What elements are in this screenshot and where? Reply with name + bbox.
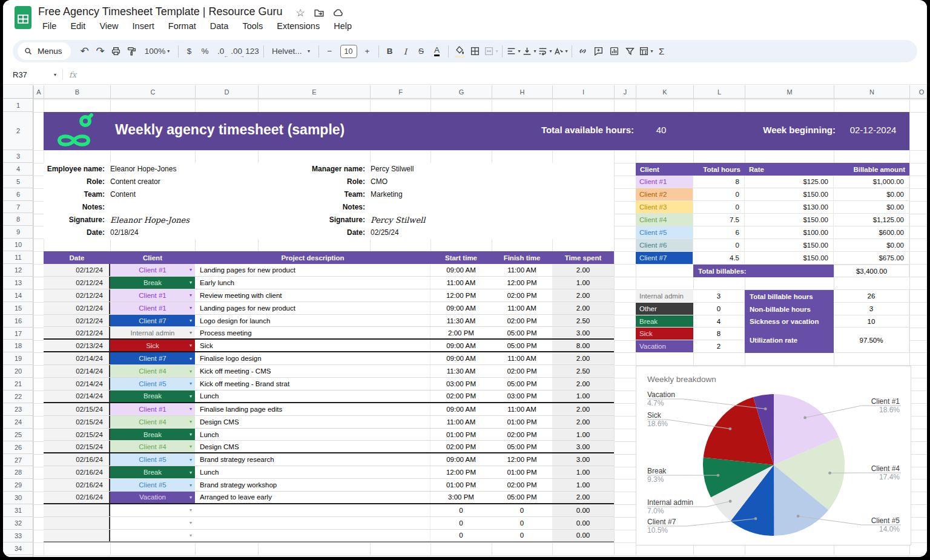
row-header-11[interactable]: 11 (3, 251, 33, 264)
time-spent-cell[interactable]: 3.00 (552, 453, 614, 466)
menus-search[interactable]: Menus (18, 42, 71, 60)
timesheet-row[interactable]: 02/12/24Client #7▾Logo design for launch… (44, 315, 614, 328)
format-currency-button[interactable]: $ (182, 44, 197, 59)
time-spent-cell[interactable]: 2.00 (552, 403, 614, 415)
finish-time-cell[interactable]: 0 (492, 530, 552, 541)
date-cell[interactable]: 02/15/24 (44, 441, 110, 452)
client-dropdown-cell[interactable]: Client #5▾ (110, 453, 195, 466)
start-time-cell[interactable]: 3:00 PM (430, 492, 492, 503)
insert-link-button[interactable] (575, 44, 591, 59)
row-header-16[interactable]: 16 (3, 315, 33, 328)
time-spent-cell[interactable]: 2.00 (552, 264, 614, 276)
undo-button[interactable]: ↶ (77, 44, 93, 59)
row-header-17[interactable]: 17 (3, 328, 33, 340)
finish-time-cell[interactable]: 0 (492, 517, 552, 529)
client-dropdown-cell[interactable]: Client #1▾ (110, 302, 195, 314)
timesheet-row[interactable]: 02/16/24Break▾Lunch12:00 PM01:00 PM1.00 (44, 466, 614, 479)
row-header-23[interactable]: 23 (3, 403, 33, 416)
row-header-3[interactable]: 3 (3, 150, 33, 163)
menu-item-tools[interactable]: Tools (238, 20, 267, 32)
timesheet-row[interactable]: 02/15/24Client #4▾Design CMS02:00 PM05:0… (44, 441, 614, 453)
start-time-cell[interactable]: 11:30 AM (430, 315, 492, 327)
client-dropdown-cell[interactable]: Client #7▾ (110, 352, 195, 364)
date-cell[interactable]: 02/12/24 (44, 327, 110, 338)
date-cell[interactable]: 02/15/24 (44, 403, 110, 415)
row-header-20[interactable]: 20 (3, 365, 33, 378)
finish-time-cell[interactable]: 01:00 PM (492, 416, 552, 428)
dropdown-caret-icon[interactable]: ▾ (190, 267, 192, 272)
start-time-cell[interactable]: 01:00 PM (430, 479, 492, 491)
finish-time-cell[interactable]: 12:00 PM (492, 453, 552, 466)
dropdown-caret-icon[interactable]: ▾ (190, 533, 192, 538)
start-time-cell[interactable]: 09:00 AM (430, 352, 492, 364)
cloud-status-icon[interactable] (332, 7, 344, 19)
dropdown-caret-icon[interactable]: ▾ (190, 356, 192, 361)
time-spent-cell[interactable]: 0.00 (552, 504, 614, 516)
client-dropdown-cell[interactable]: Break▾ (110, 466, 195, 478)
horizontal-align-button[interactable]: ▾ (506, 44, 521, 59)
client-dropdown-cell[interactable]: Client #4▾ (110, 416, 195, 428)
finish-time-cell[interactable]: 02:00 PM (492, 429, 552, 441)
dropdown-caret-icon[interactable]: ▾ (190, 305, 192, 311)
row-header-25[interactable]: 25 (3, 429, 33, 441)
menu-item-help[interactable]: Help (329, 20, 356, 32)
column-header-C[interactable]: C (110, 85, 195, 99)
row-header-12[interactable]: 12 (3, 264, 33, 277)
client-dropdown-cell[interactable]: Vacation▾ (110, 492, 195, 503)
timesheet-table[interactable]: DateClientProject descriptionStart timeF… (44, 251, 614, 542)
time-spent-cell[interactable]: 1.00 (552, 390, 614, 402)
row-header-30[interactable]: 30 (3, 492, 33, 504)
move-folder-icon[interactable] (313, 7, 325, 19)
column-header-G[interactable]: G (430, 85, 492, 99)
time-spent-cell[interactable]: 1.00 (552, 277, 614, 289)
time-spent-cell[interactable]: 1.00 (552, 479, 614, 491)
date-cell[interactable]: 02/14/24 (44, 390, 110, 402)
decrease-decimal-button[interactable]: .0← (213, 44, 229, 59)
column-header-L[interactable]: L (693, 85, 745, 99)
row-header-13[interactable]: 13 (3, 277, 33, 289)
finish-time-cell[interactable]: 0 (492, 504, 552, 516)
dropdown-caret-icon[interactable]: ▾ (190, 520, 192, 525)
timesheet-row[interactable]: 02/15/24Client #1▾Finalise landing page … (44, 403, 614, 416)
time-spent-cell[interactable]: 2.50 (552, 315, 614, 327)
description-cell[interactable]: Finalise landing page edits (195, 403, 430, 415)
finish-time-cell[interactable]: 02:00 PM (492, 365, 552, 377)
document-title[interactable]: Free Agency Timesheet Template | Resourc… (38, 5, 283, 18)
row-header-29[interactable]: 29 (3, 479, 33, 492)
time-spent-cell[interactable]: 2.00 (552, 289, 614, 301)
row-header-9[interactable]: 9 (3, 226, 33, 239)
description-cell[interactable]: Lunch (195, 390, 430, 402)
row-header-33[interactable]: 33 (3, 530, 33, 542)
print-button[interactable] (108, 44, 124, 59)
fill-color-button[interactable] (452, 44, 467, 59)
dropdown-caret-icon[interactable]: ▾ (190, 394, 192, 399)
client-dropdown-cell[interactable]: ▾ (110, 504, 195, 516)
finish-time-cell[interactable]: 03:00 PM (492, 390, 552, 402)
description-cell[interactable]: Design CMS (195, 416, 430, 428)
text-rotation-button[interactable]: ▾ (553, 44, 569, 59)
column-headers[interactable]: ABCDEFGHIJKLMNO (3, 85, 927, 99)
start-time-cell[interactable]: 03:00 PM (430, 378, 492, 390)
merge-cells-button[interactable]: ▾ (483, 44, 499, 59)
font-size-input[interactable]: 10 (340, 45, 357, 58)
description-cell[interactable]: Landing pages for new product (195, 302, 430, 314)
date-cell[interactable]: 02/14/24 (44, 352, 110, 364)
text-wrap-button[interactable]: ▾ (537, 44, 553, 59)
start-time-cell[interactable]: 0 (430, 530, 492, 541)
row-header-10[interactable]: 10 (3, 239, 33, 251)
dropdown-caret-icon[interactable]: ▾ (190, 280, 192, 285)
zoom-select[interactable]: 100%▾ (140, 44, 175, 59)
start-time-cell[interactable]: 09:00 AM (430, 302, 492, 314)
timesheet-row[interactable]: 02/14/24Break▾Lunch02:00 PM03:00 PM1.00 (44, 390, 614, 403)
date-cell[interactable]: 02/12/24 (44, 315, 110, 327)
row-header-32[interactable]: 32 (3, 517, 33, 530)
dropdown-caret-icon[interactable]: ▾ (190, 419, 192, 424)
row-header-8[interactable]: 8 (3, 214, 33, 226)
column-header-M[interactable]: M (745, 85, 834, 99)
date-cell[interactable]: 02/16/24 (44, 453, 110, 466)
finish-time-cell[interactable]: 05:00 PM (492, 441, 552, 452)
description-cell[interactable]: Finalise logo design (195, 352, 430, 364)
date-cell[interactable]: 02/12/24 (44, 302, 110, 314)
finish-time-cell[interactable]: 05:00 PM (492, 327, 552, 338)
client-dropdown-cell[interactable]: Client #4▾ (110, 365, 195, 377)
